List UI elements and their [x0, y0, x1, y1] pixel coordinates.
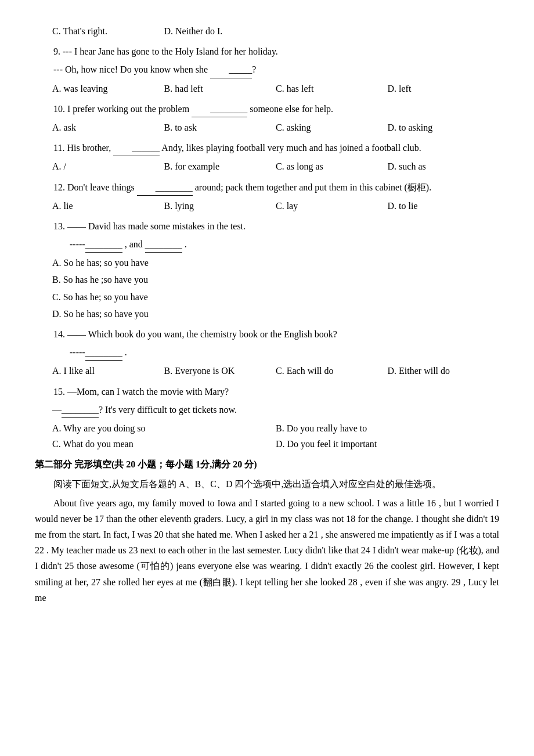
- q11-option-d: D. such as: [388, 159, 500, 174]
- q14-option-d: D. Either will do: [388, 363, 500, 379]
- q13-stem: 13. ―― David has made some mistakes in t…: [35, 218, 499, 234]
- q11-blank: ______: [113, 140, 160, 156]
- q10-option-c: C. asking: [276, 120, 388, 135]
- q9-blank: _____: [210, 62, 252, 78]
- q10-option-b: B. to ask: [164, 120, 276, 135]
- q8-option-d: D. Neither do I.: [164, 23, 276, 39]
- q13-option-c: C. So has he; so you have: [52, 289, 499, 305]
- q12-option-b: B. lying: [164, 198, 276, 214]
- q10-stem: 10. I prefer working out the problem ___…: [35, 101, 499, 117]
- q13-blank2: ________: [145, 236, 182, 253]
- q9-options: A. was leaving B. had left C. has left D…: [52, 81, 499, 96]
- q12-option-c: C. lay: [276, 198, 388, 214]
- question-13: 13. ―― David has made some mistakes in t…: [35, 218, 499, 322]
- section2-header: 第二部分 完形填空(共 20 小题；每小题 1分,满分 20 分): [35, 456, 499, 472]
- q12-option-d: D. to lie: [388, 198, 500, 214]
- q12-stem: 12. Don't leave things ________ around; …: [35, 179, 499, 196]
- q15-stem2: —________? It's very difficult to get ti…: [52, 402, 499, 418]
- q10-option-a: A. ask: [52, 120, 164, 135]
- question-14: 14. ―― Which book do you want, the chemi…: [35, 326, 499, 379]
- q13-response: -----________ , and ________ .: [70, 236, 499, 253]
- q14-option-a: A. I like all: [52, 363, 164, 379]
- q10-blank: ________: [192, 101, 247, 117]
- q14-stem: 14. ―― Which book do you want, the chemi…: [35, 326, 499, 342]
- section2-passage: About five years ago, my family moved to…: [35, 495, 499, 606]
- q12-blank: ________: [137, 179, 193, 196]
- q15-option-c: C. What do you mean: [52, 436, 276, 452]
- q12-option-a: A. lie: [52, 198, 164, 214]
- q13-blank1: ________: [85, 236, 122, 253]
- question-10: 10. I prefer working out the problem ___…: [35, 101, 499, 135]
- q11-options: A. / B. for example C. as long as D. suc…: [52, 159, 499, 174]
- q14-response: -----________ .: [70, 344, 499, 361]
- q12-options: A. lie B. lying C. lay D. to lie: [52, 198, 499, 214]
- question-15: 15. —Mom, can I watch the movie with Mar…: [35, 384, 499, 452]
- q11-option-c: C. as long as: [276, 159, 388, 174]
- q9-option-d: D. left: [388, 81, 500, 96]
- q15-option-a: A. Why are you doing so: [52, 420, 276, 436]
- q9-option-b: B. had left: [164, 81, 276, 96]
- q14-option-b: B. Everyone is OK: [164, 363, 276, 379]
- q15-options: A. Why are you doing so B. Do you really…: [52, 420, 499, 452]
- q10-option-d: D. to asking: [388, 120, 500, 135]
- q9-option-c: C. has left: [276, 81, 388, 96]
- q9-option-a: A. was leaving: [52, 81, 164, 96]
- q11-option-b: B. for example: [164, 159, 276, 174]
- q15-option-d: D. Do you feel it important: [276, 436, 499, 452]
- q13-option-d: D. So he has; so have you: [52, 306, 499, 322]
- question-9: 9. --- I hear Jane has gone to the Holy …: [35, 44, 499, 96]
- q13-option-b: B. So has he ;so have you: [52, 272, 499, 287]
- q14-option-c: C. Each will do: [276, 363, 388, 379]
- q11-option-a: A. /: [52, 159, 164, 174]
- q14-options: A. I like all B. Everyone is OK C. Each …: [52, 363, 499, 379]
- question-11: 11. His brother, ______ Andy, likes play…: [35, 140, 499, 174]
- q9-response: --- Oh, how nice! Do you know when she _…: [35, 62, 499, 78]
- q8-option-c: C. That's right.: [52, 23, 164, 39]
- q9-stem: 9. --- I hear Jane has gone to the Holy …: [35, 44, 499, 59]
- q14-blank: ________: [85, 344, 122, 361]
- section2-instruction: 阅读下面短文,从短文后各题的 A、B、C、D 四个选项中,选出适合填入对应空白处…: [35, 476, 499, 492]
- q11-stem: 11. His brother, ______ Andy, likes play…: [35, 140, 499, 156]
- q8-cd-options: C. That's right. D. Neither do I.: [52, 23, 499, 39]
- q10-options: A. ask B. to ask C. asking D. to asking: [52, 120, 499, 135]
- exam-content: C. That's right. D. Neither do I. 9. ---…: [35, 23, 499, 606]
- question-12: 12. Don't leave things ________ around; …: [35, 179, 499, 214]
- q15-option-b: B. Do you really have to: [276, 420, 499, 436]
- q15-blank: ________: [62, 402, 99, 418]
- q15-stem1: 15. —Mom, can I watch the movie with Mar…: [35, 384, 499, 399]
- q13-option-a: A. So he has; so you have: [52, 255, 499, 271]
